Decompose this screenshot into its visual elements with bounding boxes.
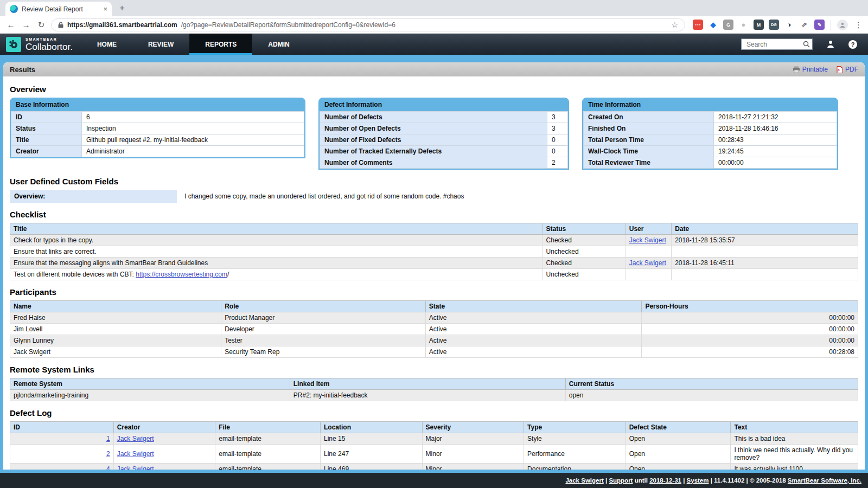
nav-right: ? — [741, 34, 868, 55]
results-bar: Results Printable P PDF — [3, 62, 865, 76]
brand-text: SMARTBEAR Collabortor. — [25, 37, 73, 52]
printer-icon — [793, 66, 800, 73]
table-row: CreatorAdministrator — [11, 146, 304, 157]
defect-id-link[interactable]: 1 — [106, 435, 110, 442]
creator-link[interactable]: Jack Swigert — [117, 435, 154, 442]
browser-tabstrip: Review Detail Report × + — [0, 0, 868, 16]
footer-support-date-link[interactable]: 2018-12-31 — [649, 477, 681, 484]
extension-icon[interactable]: DG — [769, 20, 779, 30]
table-row: Ensure that links are correct. Unchecked — [10, 246, 858, 258]
time-information-table: Created On2018-11-27 21:21:32 Finished O… — [583, 111, 837, 169]
reload-icon[interactable]: ↻ — [36, 20, 47, 30]
brand-collaborator-label: Collabortor. — [25, 42, 73, 52]
custom-field-label: Overview: — [10, 190, 177, 203]
table-header-row: Remote System Linked Item Current Status — [10, 378, 858, 390]
browser-toolbar: ← → ↻ https://gmail361.smartbeartrial.co… — [0, 16, 868, 34]
base-information-card: Base Information ID6 StatusInspection Ti… — [10, 98, 305, 158]
extensions-row: ⋯ ◆ G ● M DG ◑ ⇗ ✎ — [693, 20, 825, 30]
pdf-icon: P — [837, 66, 843, 73]
brand[interactable]: SMARTBEAR Collabortor. — [0, 34, 81, 55]
nav-item-admin[interactable]: ADMIN — [252, 34, 305, 55]
table-header-row: Title Status User Date — [10, 223, 858, 235]
table-header-row: ID Creator File Location Severity Type D… — [10, 422, 858, 433]
tab-title: Review Detail Report — [22, 5, 99, 13]
extension-icon[interactable]: ◆ — [708, 20, 718, 30]
extension-icon[interactable]: ⋯ — [693, 20, 703, 30]
creator-link[interactable]: Jack Swigert — [117, 465, 154, 470]
nav-item-reports[interactable]: REPORTS — [189, 34, 252, 55]
table-row: Number of Tracked Externally Defects0 — [320, 146, 568, 157]
defect-information-table: Number of Defects3 Number of Open Defect… — [320, 111, 568, 169]
participants-table: Name Role State Person-Hours Fred Haise … — [10, 300, 858, 358]
nav-item-home[interactable]: HOME — [81, 34, 132, 55]
footer-version: 11.4.11402 — [714, 477, 744, 484]
user-link[interactable]: Jack Swigert — [629, 259, 666, 267]
base-information-title: Base Information — [11, 99, 304, 111]
table-header-row: Name Role State Person-Hours — [10, 301, 858, 312]
footer-copyright: © 2005-2018 — [750, 477, 788, 484]
footer-system-link[interactable]: System — [687, 477, 709, 484]
user-link[interactable]: Jack Swigert — [629, 236, 666, 244]
user-icon[interactable] — [827, 40, 834, 48]
new-tab-button[interactable]: + — [119, 3, 125, 14]
defect-id-link[interactable]: 2 — [106, 450, 110, 458]
extension-icon[interactable]: ✎ — [814, 20, 825, 30]
forward-icon[interactable]: → — [21, 20, 31, 29]
url-path: /go?page=ReviewDetailReport&formSubmitte… — [181, 21, 668, 29]
url-host: https://gmail361.smartbeartrial.com — [67, 21, 177, 29]
table-row: pjlonda/marketing-training PR#2: my-init… — [10, 390, 858, 401]
address-bar[interactable]: https://gmail361.smartbeartrial.com/go?p… — [51, 18, 685, 31]
search-icon — [803, 41, 810, 48]
extension-icon[interactable]: M — [754, 20, 764, 30]
table-row: Number of Comments2 — [320, 157, 568, 169]
report-content: Overview Base Information ID6 StatusInsp… — [3, 76, 865, 470]
extension-icon[interactable]: G — [723, 20, 733, 30]
svg-text:P: P — [838, 69, 840, 72]
pdf-link[interactable]: P PDF — [837, 66, 858, 73]
footer-company-link[interactable]: SmartBear Software, Inc. — [788, 477, 861, 484]
footer-user-link[interactable]: Jack Swigert — [565, 477, 603, 484]
table-row: Number of Defects3 — [320, 112, 568, 123]
results-title: Results — [10, 66, 35, 74]
defect-information-card: Defect Information Number of Defects3 Nu… — [318, 98, 569, 170]
browser-menu-icon[interactable]: ⋮ — [854, 20, 863, 30]
cbt-link[interactable]: https://crossbrowsertesting.com — [136, 271, 227, 278]
remote-links-table: Remote System Linked Item Current Status… — [10, 378, 858, 401]
extension-icon[interactable]: ◑ — [784, 20, 794, 30]
table-row: 4 Jack Swigert email-template Line 469 M… — [10, 464, 858, 470]
time-information-card: Time Information Created On2018-11-27 21… — [582, 98, 838, 170]
table-row: Jim Lovell Developer Active 00:00:00 — [10, 324, 858, 335]
checklist-table: Title Status User Date Check for typos i… — [10, 223, 858, 280]
back-icon[interactable]: ← — [5, 20, 16, 29]
creator-link[interactable]: Jack Swigert — [117, 450, 154, 458]
results-actions: Printable P PDF — [793, 66, 858, 73]
table-row: StatusInspection — [11, 123, 304, 134]
overview-heading: Overview — [10, 85, 858, 94]
table-row: Check for typos in the copy. Checked Jac… — [10, 235, 858, 246]
bookmark-star-icon[interactable]: ☆ — [671, 21, 678, 29]
table-row: TitleGithub pull request #2. my-initial-… — [11, 134, 304, 146]
extension-icon[interactable]: ⇗ — [799, 20, 809, 30]
defect-information-title: Defect Information — [320, 99, 568, 111]
search-box[interactable] — [741, 38, 813, 50]
browser-tab[interactable]: Review Detail Report × — [5, 2, 112, 16]
help-icon[interactable]: ? — [848, 40, 857, 49]
overview-cards: Base Information ID6 StatusInspection Ti… — [10, 98, 858, 170]
app-navbar: SMARTBEAR Collabortor. HOME REVIEW REPOR… — [0, 34, 868, 55]
table-row: 2 Jack Swigert email-template Line 247 M… — [10, 445, 858, 464]
browser-profile-avatar[interactable] — [837, 20, 848, 30]
defect-id-link[interactable]: 4 — [106, 465, 110, 470]
nav-menu: HOME REVIEW REPORTS ADMIN — [81, 34, 305, 55]
table-row: Total Person Time00:28:43 — [584, 134, 837, 146]
smartbear-logo-icon — [6, 37, 21, 52]
footer-support-link[interactable]: Support — [609, 477, 633, 484]
nav-item-review[interactable]: REVIEW — [132, 34, 189, 55]
search-input[interactable] — [745, 40, 803, 49]
tab-close-icon[interactable]: × — [103, 5, 107, 13]
extension-icon[interactable]: ● — [738, 20, 749, 30]
collaborator-favicon-icon — [10, 5, 18, 13]
toolbar-divider — [831, 20, 831, 30]
table-row: Number of Fixed Defects0 — [320, 134, 568, 146]
printable-link[interactable]: Printable — [793, 66, 828, 73]
table-row: Jack Swigert Security Team Rep Active 00… — [10, 346, 858, 358]
